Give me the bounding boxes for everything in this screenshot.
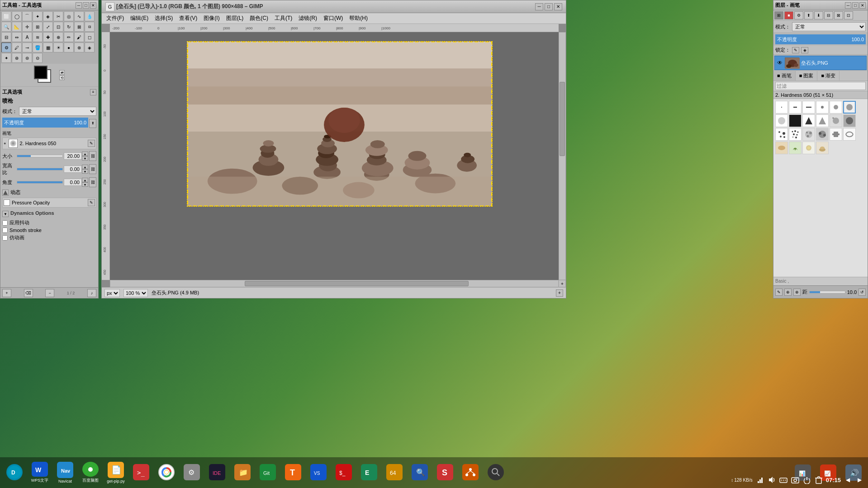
menu-layers[interactable]: 图层(L) xyxy=(223,14,247,23)
taskbar-icon-chrome[interactable] xyxy=(156,462,177,483)
brush-tab-gradients[interactable]: ■ 渐变 xyxy=(817,71,840,81)
brush-delete-btn[interactable]: ⊗ xyxy=(793,289,801,296)
recycle-bin-icon[interactable] xyxy=(814,475,823,484)
brush-cell-14[interactable] xyxy=(789,128,802,141)
layers-new-btn[interactable]: ⊞ xyxy=(774,11,783,19)
taskbar-icon-deepin[interactable]: D xyxy=(4,462,25,483)
swap-colors-btn[interactable]: ⇄ xyxy=(59,70,65,75)
tool-airbrush[interactable]: ⚙ xyxy=(1,43,11,52)
screenshot-icon[interactable] xyxy=(791,475,800,484)
volume-tray-icon[interactable] xyxy=(767,475,776,484)
tool-gradient[interactable]: ▦ xyxy=(43,43,53,52)
gimp-close-btn[interactable]: ✕ xyxy=(554,3,562,10)
unit-select[interactable]: px xyxy=(104,289,120,297)
simulate-paint-checkbox[interactable] xyxy=(2,235,8,241)
tool-crop[interactable]: ⊡ xyxy=(53,22,63,32)
right-mode-select[interactable]: 正常 xyxy=(792,22,866,31)
mode-select[interactable]: 正常 xyxy=(19,107,96,116)
tool-select-color[interactable]: ◈ xyxy=(43,11,53,21)
horizontal-scrollbar[interactable] xyxy=(110,280,559,287)
taskbar-icon-navicat[interactable]: Nav Navicat xyxy=(54,462,76,483)
power-icon[interactable] xyxy=(802,475,811,484)
aspect-down-arrow[interactable]: ▼ xyxy=(82,169,88,174)
brush-cell-4[interactable] xyxy=(816,101,829,114)
tool-rotate[interactable]: ↻ xyxy=(64,22,74,32)
brush-pencil-btn[interactable]: ✎ xyxy=(775,289,783,296)
right-opacity-row[interactable]: 不透明度 100.0 xyxy=(775,34,866,44)
tool-burn[interactable]: ● xyxy=(64,43,74,52)
vertical-scrollbar[interactable] xyxy=(559,32,566,280)
right-panel-maximize[interactable]: □ xyxy=(852,2,859,9)
taskbar-icon-bash[interactable]: $_ xyxy=(333,462,355,483)
brush-cell-10[interactable] xyxy=(816,114,829,127)
horizontal-scroll-thumb[interactable] xyxy=(245,281,469,286)
tool-perspective[interactable]: ⊟ xyxy=(1,32,11,42)
layers-sort-btn[interactable]: ⬆ xyxy=(804,11,813,19)
tool-options-config-btn[interactable]: ≡ xyxy=(90,89,96,95)
aspect-chain-btn[interactable]: ⛓ xyxy=(89,164,96,174)
angle-chain-btn[interactable]: ⛓ xyxy=(89,177,96,187)
tool-bucket[interactable]: 🪣 xyxy=(33,43,43,52)
opacity-slider[interactable]: 不透明度 100.0 xyxy=(2,118,88,128)
taskbar-icon-typo[interactable]: T xyxy=(282,462,304,483)
menu-image[interactable]: 图像(I) xyxy=(201,14,222,23)
size-chain-btn[interactable]: ⛓ xyxy=(89,151,96,161)
layers-tab-btn1[interactable]: ■ xyxy=(784,11,793,19)
menu-windows[interactable]: 窗口(W) xyxy=(321,14,346,23)
brush-filter-input[interactable] xyxy=(775,82,866,90)
angle-slider[interactable] xyxy=(17,181,63,184)
tool-selection-rect[interactable]: ⬜ xyxy=(1,11,11,21)
toolbox-minimize-btn[interactable]: ─ xyxy=(76,2,82,9)
taskbar-icon-magnifier[interactable] xyxy=(485,462,507,483)
angle-down-arrow[interactable]: ▼ xyxy=(82,182,88,187)
size-slider[interactable] xyxy=(17,155,63,157)
tool-selection-ellipse[interactable]: ◯ xyxy=(12,11,22,21)
brush-cell-9[interactable] xyxy=(802,114,815,127)
tool-free-select[interactable]: ⌒ xyxy=(22,11,32,21)
menu-file[interactable]: 文件(F) xyxy=(104,14,127,23)
layers-btn5[interactable]: ⊡ xyxy=(844,11,853,19)
brush-cell-2[interactable] xyxy=(789,101,802,114)
tool-transform[interactable]: ⤢ xyxy=(43,22,53,32)
tool-pencil[interactable]: ✏ xyxy=(64,32,74,42)
layer-visibility-icon[interactable]: 👁 xyxy=(777,60,783,66)
tool-clone[interactable]: ⊕ xyxy=(53,32,63,42)
tool-scale[interactable]: ⊠ xyxy=(74,22,84,32)
brush-cell-11[interactable] xyxy=(830,114,842,127)
vertical-scroll-thumb[interactable] xyxy=(560,82,565,156)
tool-shear[interactable]: ⧈ xyxy=(85,22,95,32)
menu-view[interactable]: 查看(V) xyxy=(176,14,200,23)
lock-pixels-btn[interactable]: ✎ xyxy=(792,47,799,53)
tool-foreground-select[interactable]: ◎ xyxy=(64,11,74,21)
menu-help[interactable]: 帮助(H) xyxy=(346,14,370,23)
brush-cell-5[interactable] xyxy=(830,101,842,114)
status-expand-btn[interactable]: + xyxy=(556,289,563,297)
menu-select[interactable]: 选择(S) xyxy=(152,14,175,23)
brush-cell-20[interactable] xyxy=(789,142,802,154)
taskbar-icon-search[interactable]: 🔍 xyxy=(409,462,431,483)
taskbar-icon-counter[interactable]: 64 xyxy=(384,462,405,483)
tool-ink[interactable]: 🖊 xyxy=(12,43,22,52)
tool-refresh-btn[interactable]: ♪ xyxy=(87,289,96,297)
taskbar-icon-wps-sheet[interactable]: E xyxy=(358,462,380,483)
scroll-area[interactable] xyxy=(110,32,559,280)
aspect-up-arrow[interactable]: ▲ xyxy=(82,165,88,169)
tool-eraser[interactable]: ◻ xyxy=(85,32,95,42)
menu-colors[interactable]: 颜色(C) xyxy=(247,14,271,23)
tool-smudge[interactable]: ⊗ xyxy=(74,43,84,52)
tool-paintbrush[interactable]: 🖌 xyxy=(74,32,84,42)
tool-convolve[interactable]: ◈ xyxy=(85,43,95,52)
menu-edit[interactable]: 编辑(E) xyxy=(128,14,151,23)
tool-spare3[interactable]: ⊜ xyxy=(22,53,32,63)
tool-measure[interactable]: 📐 xyxy=(12,22,22,32)
brush-cell-3[interactable] xyxy=(802,101,815,114)
dynamics-options-expand-icon[interactable]: ▼ xyxy=(2,211,9,217)
lock-alpha-btn[interactable]: ◈ xyxy=(801,47,808,53)
brush-cell-21[interactable] xyxy=(802,142,815,154)
right-panel-close[interactable]: ✕ xyxy=(859,2,866,9)
tool-move[interactable]: ✛ xyxy=(22,22,32,32)
brush-tab-brushes[interactable]: ■ 画笔 xyxy=(773,71,796,81)
brush-duplicate-btn[interactable]: ⊕ xyxy=(784,289,792,296)
taskbar-icon-getpip[interactable]: 📄 get-pip.py xyxy=(105,462,127,483)
tool-color-picker[interactable]: 💧 xyxy=(85,11,95,21)
